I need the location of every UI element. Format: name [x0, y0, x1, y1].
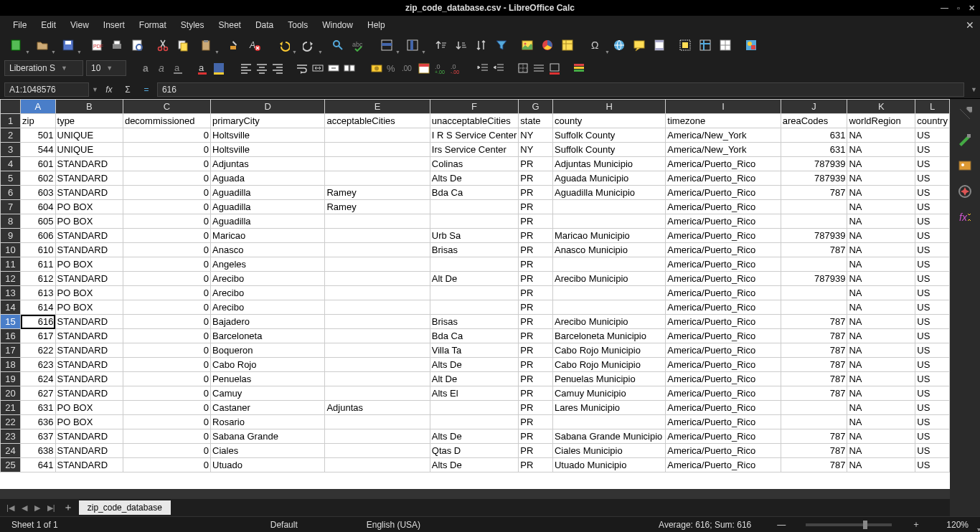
column-header[interactable]: H: [552, 100, 665, 114]
cell[interactable]: STANDARD: [55, 372, 123, 386]
cell[interactable]: America/Puerto_Rico: [666, 229, 781, 243]
cell[interactable]: Arecibo: [211, 286, 325, 300]
cell[interactable]: STANDARD: [55, 429, 123, 444]
cell[interactable]: US: [915, 386, 950, 401]
cell[interactable]: [325, 372, 430, 386]
cell[interactable]: PR: [519, 358, 553, 372]
remove-decimal-button[interactable]: .0-.00: [449, 62, 462, 75]
cell[interactable]: UNIQUE: [55, 143, 123, 157]
cell[interactable]: PR: [519, 157, 553, 171]
cell[interactable]: [781, 214, 847, 229]
image-button[interactable]: [518, 36, 537, 54]
cell[interactable]: 0: [123, 429, 210, 444]
cell[interactable]: US: [915, 286, 950, 300]
cell[interactable]: 787939: [781, 272, 847, 286]
cell[interactable]: NA: [847, 300, 915, 315]
cell[interactable]: 0: [123, 415, 210, 429]
cell[interactable]: PR: [519, 429, 553, 444]
cell[interactable]: US: [915, 300, 950, 315]
cell[interactable]: 501: [21, 128, 56, 143]
cell[interactable]: NA: [847, 157, 915, 171]
cell[interactable]: 601: [21, 157, 56, 171]
cell[interactable]: [552, 257, 665, 272]
cell[interactable]: [430, 300, 519, 315]
navigator-panel-icon[interactable]: [954, 181, 976, 202]
cell[interactable]: 637: [21, 429, 56, 444]
paste-button[interactable]: ▼: [194, 36, 218, 54]
column-header[interactable]: I: [666, 100, 781, 114]
hyperlink-button[interactable]: [610, 36, 628, 54]
new-document-button[interactable]: ▼: [4, 36, 29, 54]
cell[interactable]: 0: [123, 386, 210, 401]
cell[interactable]: NA: [847, 372, 915, 386]
cell[interactable]: 631: [21, 401, 56, 415]
row-header[interactable]: 6: [1, 186, 21, 200]
cell[interactable]: Arecibo Municipio: [552, 315, 665, 329]
cell[interactable]: [325, 128, 430, 143]
cell[interactable]: NY: [519, 143, 553, 157]
cell[interactable]: America/Puerto_Rico: [666, 458, 781, 472]
cell[interactable]: [430, 200, 519, 214]
cell[interactable]: Arecibo: [211, 300, 325, 315]
cell[interactable]: Alt De: [430, 372, 519, 386]
cell[interactable]: NA: [847, 358, 915, 372]
align-right-button[interactable]: [271, 62, 284, 75]
cell[interactable]: NA: [847, 415, 915, 429]
cell[interactable]: US: [915, 214, 950, 229]
cell[interactable]: Camuy: [211, 386, 325, 401]
cell[interactable]: PR: [519, 229, 553, 243]
cell[interactable]: Anasco: [211, 243, 325, 257]
cell[interactable]: 0: [123, 200, 210, 214]
cell[interactable]: PR: [519, 300, 553, 315]
cell[interactable]: Aguada: [211, 171, 325, 186]
cell[interactable]: STANDARD: [55, 343, 123, 358]
cell[interactable]: NA: [847, 386, 915, 401]
formula-button[interactable]: =: [138, 82, 154, 97]
menu-view[interactable]: View: [63, 17, 96, 33]
cell[interactable]: US: [915, 186, 950, 200]
row-header[interactable]: 7: [1, 200, 21, 214]
column-header[interactable]: C: [123, 100, 210, 114]
chart-button[interactable]: [538, 36, 557, 54]
cell[interactable]: Camuy Municipio: [552, 386, 665, 401]
cell[interactable]: NA: [847, 286, 915, 300]
cell[interactable]: UNIQUE: [55, 128, 123, 143]
cell[interactable]: Aguadilla Municipio: [552, 186, 665, 200]
sort-asc-button[interactable]: [432, 36, 451, 54]
cell[interactable]: NA: [847, 444, 915, 458]
cell[interactable]: America/Puerto_Rico: [666, 343, 781, 358]
bold-button[interactable]: a: [141, 62, 154, 75]
cell[interactable]: US: [915, 171, 950, 186]
cell[interactable]: PR: [519, 257, 553, 272]
cell[interactable]: Bajadero: [211, 315, 325, 329]
cell[interactable]: Angeles: [211, 257, 325, 272]
cell[interactable]: Castaner: [211, 401, 325, 415]
cell[interactable]: PR: [519, 171, 553, 186]
cell[interactable]: PR: [519, 415, 553, 429]
borders-button[interactable]: ▼: [517, 62, 529, 75]
cell[interactable]: America/Puerto_Rico: [666, 157, 781, 171]
cut-button[interactable]: [154, 36, 172, 54]
cell[interactable]: Rosario: [211, 415, 325, 429]
cell[interactable]: America/Puerto_Rico: [666, 386, 781, 401]
currency-button[interactable]: ▼: [370, 62, 383, 75]
row-header[interactable]: 17: [1, 343, 21, 358]
cell[interactable]: Adjuntas: [325, 401, 430, 415]
cell[interactable]: STANDARD: [55, 243, 123, 257]
cell[interactable]: 0: [123, 257, 210, 272]
cell[interactable]: 0: [123, 372, 210, 386]
cell[interactable]: [325, 329, 430, 343]
tab-prev-icon[interactable]: ◀: [19, 503, 29, 513]
close-icon[interactable]: ✕: [966, 4, 977, 13]
language-label[interactable]: English (USA): [361, 520, 426, 530]
cell[interactable]: [325, 286, 430, 300]
cell[interactable]: NA: [847, 458, 915, 472]
cell[interactable]: areaCodes: [781, 114, 847, 128]
cell[interactable]: Aguadilla: [211, 214, 325, 229]
sheet-tab[interactable]: zip_code_database: [79, 500, 171, 515]
cell[interactable]: 787: [781, 315, 847, 329]
row-header[interactable]: 9: [1, 229, 21, 243]
cell[interactable]: US: [915, 458, 950, 472]
cell[interactable]: [325, 315, 430, 329]
cell[interactable]: NA: [847, 200, 915, 214]
